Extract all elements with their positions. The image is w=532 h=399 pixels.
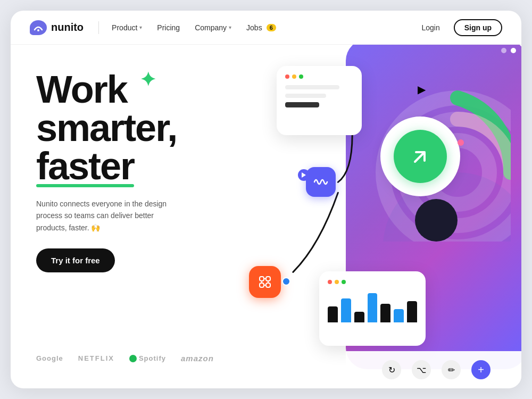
brand-amazon: amazon xyxy=(181,354,214,363)
nav-company[interactable]: Company ▾ xyxy=(195,23,231,32)
doc-card-dots xyxy=(285,74,353,79)
star-icon: ✦ xyxy=(140,70,155,89)
svg-rect-7 xyxy=(266,277,270,281)
chart-bars xyxy=(328,290,417,322)
workflow-icon[interactable] xyxy=(306,167,336,197)
phone-dot-1 xyxy=(501,48,506,53)
chart-card xyxy=(319,271,426,346)
hero-description: Nunito connects everyone in the design p… xyxy=(36,198,174,234)
chevron-down-icon-2: ▾ xyxy=(229,24,231,30)
svg-marker-5 xyxy=(302,172,306,178)
bar-2 xyxy=(341,298,351,322)
bar-6 xyxy=(394,309,404,322)
doc-line-2 xyxy=(285,94,326,98)
cursor-icon: ▶ xyxy=(418,83,426,96)
logo-icon xyxy=(30,20,47,35)
small-dot-decoration xyxy=(458,139,464,146)
brand-netflix: NETFLIX xyxy=(78,354,114,362)
svg-rect-9 xyxy=(266,283,270,287)
hero-section: Work ✦ smarter, faster Nunito connects e… xyxy=(11,45,213,388)
nav-links: Product ▾ Pricing Company ▾ Jobs 6 xyxy=(112,23,414,32)
chart-dot-green xyxy=(342,280,346,284)
jobs-badge: 6 xyxy=(267,24,276,31)
arrow-button[interactable] xyxy=(394,130,447,183)
phone-status-dots xyxy=(501,48,516,53)
cmd-icon[interactable] xyxy=(249,266,281,298)
play-dot xyxy=(298,169,310,181)
chart-dot-yellow xyxy=(335,280,339,284)
dot-yellow xyxy=(292,74,296,79)
nav-actions: Login Sign up xyxy=(414,19,502,36)
phone-toolbar: ↻ ⌥ ✏ + xyxy=(346,351,521,388)
toolbar-edit-icon[interactable]: ✏ xyxy=(442,360,461,379)
nav-pricing[interactable]: Pricing xyxy=(157,23,180,32)
main-content: Work ✦ smarter, faster Nunito connects e… xyxy=(11,45,521,388)
brand-google: Google xyxy=(36,354,63,362)
hero-text: Work ✦ smarter, faster Nunito connects e… xyxy=(36,70,213,272)
toolbar-add-icon[interactable]: + xyxy=(471,360,491,379)
nav-product[interactable]: Product ▾ xyxy=(112,23,142,32)
navbar: nunito Product ▾ Pricing Company ▾ Jobs … xyxy=(11,11,521,45)
svg-rect-6 xyxy=(260,277,264,281)
nav-jobs[interactable]: Jobs 6 xyxy=(246,23,276,32)
doc-card xyxy=(277,66,362,135)
brand-spotify: Spotify xyxy=(129,354,166,362)
signup-button[interactable]: Sign up xyxy=(454,19,502,36)
svg-rect-8 xyxy=(260,283,264,287)
bar-7 xyxy=(407,301,417,322)
bar-4 xyxy=(368,293,378,322)
logo[interactable]: nunito xyxy=(30,20,84,35)
main-card: nunito Product ▾ Pricing Company ▾ Jobs … xyxy=(11,11,521,388)
toolbar-share-icon[interactable]: ⌥ xyxy=(412,360,431,379)
chart-card-dots xyxy=(328,280,417,284)
cta-button[interactable]: Try it for free xyxy=(36,248,115,272)
bar-5 xyxy=(380,304,390,322)
chart-dot-red xyxy=(328,280,332,284)
nav-divider xyxy=(98,21,99,34)
connector-dot xyxy=(282,277,290,286)
bar-1 xyxy=(328,306,338,322)
doc-line-accent xyxy=(285,102,319,107)
phone-dot-2 xyxy=(511,48,516,53)
hero-title: Work ✦ smarter, faster xyxy=(36,70,213,185)
bar-3 xyxy=(354,312,364,322)
svg-point-0 xyxy=(37,29,39,31)
brand-logos: Google NETFLIX Spotify amazon xyxy=(36,354,213,363)
toolbar-refresh-icon[interactable]: ↻ xyxy=(382,360,401,379)
spotify-icon xyxy=(129,355,137,362)
doc-line-1 xyxy=(285,85,339,89)
dot-red xyxy=(285,74,289,79)
login-button[interactable]: Login xyxy=(414,20,447,35)
dot-green xyxy=(299,74,303,79)
dark-circle-decoration xyxy=(415,199,458,242)
illustration: ▶ xyxy=(213,45,521,388)
chevron-down-icon: ▾ xyxy=(139,24,142,30)
